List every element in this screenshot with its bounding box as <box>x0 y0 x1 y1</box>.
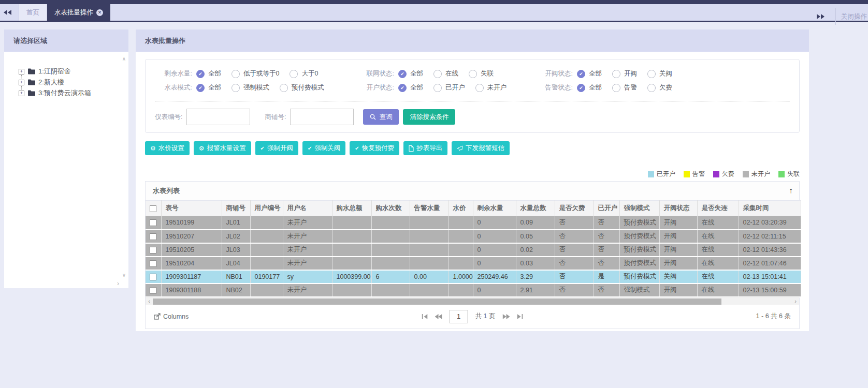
columns-button[interactable]: Columns <box>154 313 189 320</box>
radio-icon[interactable] <box>647 84 656 92</box>
close-tab-icon[interactable]: ✕ <box>96 9 103 16</box>
hscroll-thumb[interactable] <box>153 299 721 305</box>
table-row[interactable]: 19510205JL03未开户00.02否否预付费模式开阀在线02-12 01:… <box>146 243 801 257</box>
tree-node[interactable]: +3:预付费云演示箱 <box>19 88 128 98</box>
query-button[interactable]: 查询 <box>363 109 399 125</box>
table-cell: 0 <box>473 216 516 230</box>
tab-water-meter-batch[interactable]: 水表批量操作 ✕ <box>47 4 110 21</box>
radio-option[interactable]: 关阀 <box>647 69 672 78</box>
radio-icon[interactable] <box>433 84 442 92</box>
radio-option[interactable]: ✔全部 <box>196 69 221 78</box>
page-number-input[interactable] <box>450 310 468 323</box>
scroll-down-icon[interactable]: ∨ <box>122 272 126 278</box>
table-row[interactable]: 1909301188NB02未开户02.91否否强制模式开阀在线02-13 15… <box>146 283 801 297</box>
radio-option[interactable]: ✔全部 <box>196 83 221 92</box>
radio-option[interactable]: ✔全部 <box>577 69 602 78</box>
radio-option[interactable]: 欠费 <box>647 83 672 92</box>
collapse-table-icon[interactable]: ↑ <box>789 186 793 195</box>
radio-option[interactable]: 开阀 <box>612 69 637 78</box>
table-cell <box>410 243 449 257</box>
folder-icon <box>28 68 35 74</box>
row-checkbox[interactable] <box>150 287 156 294</box>
radio-icon[interactable]: ✔ <box>196 70 205 78</box>
table-cell: 否 <box>555 270 594 283</box>
row-checkbox[interactable] <box>150 260 156 267</box>
expand-node-icon[interactable]: + <box>19 91 24 96</box>
tab-home[interactable]: 首页 <box>19 4 47 21</box>
prev-page-icon[interactable] <box>435 314 442 319</box>
clear-search-button[interactable]: 清除搜索条件 <box>403 109 455 125</box>
close-operations-button[interactable]: 关闭操作 <box>841 12 868 21</box>
radio-icon[interactable] <box>647 70 656 78</box>
table-cell <box>332 283 371 297</box>
row-checkbox[interactable] <box>150 233 156 240</box>
scroll-right-icon[interactable]: › <box>117 280 119 287</box>
table-cell: 02-12 02:11:15 <box>739 230 801 243</box>
radio-icon[interactable]: ✔ <box>398 84 407 92</box>
expand-node-icon[interactable]: + <box>19 69 24 74</box>
radio-option[interactable]: ✔全部 <box>577 83 602 92</box>
action-button[interactable]: ✔强制关阀 <box>302 141 345 155</box>
table-cell <box>410 216 449 230</box>
table-cell: 1000399.00 <box>332 270 371 283</box>
action-button[interactable]: 下发报警短信 <box>452 141 510 155</box>
action-button[interactable]: ✔恢复预付费 <box>350 141 399 155</box>
next-page-icon[interactable] <box>502 314 510 319</box>
radio-option[interactable]: 告警 <box>612 83 637 92</box>
table-cell: 在线 <box>697 270 739 283</box>
row-checkbox[interactable] <box>150 247 156 253</box>
radio-icon[interactable] <box>280 84 288 92</box>
radio-icon[interactable] <box>475 84 484 92</box>
radio-option[interactable]: 低于或等于0 <box>232 69 279 78</box>
radio-option[interactable]: 未开户 <box>475 83 507 92</box>
radio-option[interactable]: 失联 <box>469 69 494 78</box>
radio-option[interactable]: ✔全部 <box>398 69 423 78</box>
table-row[interactable]: 19510207JL02未开户00.05否否预付费模式开阀在线02-12 02:… <box>146 230 801 243</box>
radio-icon[interactable] <box>290 70 298 78</box>
table-cell <box>410 283 449 297</box>
scroll-tabs-left-icon[interactable] <box>0 4 16 21</box>
table-horizontal-scrollbar[interactable]: ‹ › <box>146 297 799 305</box>
action-button[interactable]: ⚙报警水量设置 <box>194 141 251 155</box>
table-cell: 02-12 03:20:39 <box>739 216 801 230</box>
hscroll-left-icon[interactable]: ‹ <box>146 298 153 305</box>
action-button[interactable]: ✔强制开阀 <box>255 141 298 155</box>
table-row[interactable]: 1909301187NB010190177sy1000399.0060.001.… <box>146 270 801 283</box>
radio-option-label: 强制模式 <box>243 83 269 92</box>
radio-option[interactable]: 大于0 <box>290 69 318 78</box>
radio-icon[interactable] <box>433 70 442 78</box>
table-row[interactable]: 19510204JL04未开户00.03否否预付费模式开阀在线02-12 01:… <box>146 257 801 270</box>
row-checkbox[interactable] <box>150 274 156 280</box>
radio-option[interactable]: 预付费模式 <box>280 83 324 92</box>
hscroll-right-icon[interactable]: › <box>792 298 799 305</box>
radio-icon[interactable]: ✔ <box>196 84 205 92</box>
scroll-up-icon[interactable]: ∧ <box>122 56 126 62</box>
radio-icon[interactable]: ✔ <box>577 84 585 92</box>
scroll-tabs-right-icon[interactable] <box>813 14 828 19</box>
table-row[interactable]: 19510199JL01未开户00.09否否预付费模式开阀在线02-12 03:… <box>146 216 801 230</box>
radio-icon[interactable]: ✔ <box>577 70 585 78</box>
first-page-icon[interactable] <box>422 314 428 319</box>
tree-node[interactable]: +1:江阴宿舍 <box>19 66 128 77</box>
action-button[interactable]: 抄表导出 <box>403 141 447 155</box>
radio-option[interactable]: ✔全部 <box>398 83 423 92</box>
shop-no-input[interactable] <box>290 109 354 125</box>
tree-node[interactable]: +2:新大楼 <box>19 77 128 87</box>
action-button[interactable]: ⚙水价设置 <box>145 141 190 155</box>
select-all-checkbox[interactable] <box>150 205 156 212</box>
radio-option[interactable]: 在线 <box>433 69 458 78</box>
row-checkbox[interactable] <box>150 219 156 226</box>
radio-icon[interactable] <box>612 84 620 92</box>
radio-icon[interactable] <box>232 84 240 92</box>
radio-icon[interactable] <box>232 70 240 78</box>
radio-option[interactable]: 强制模式 <box>232 83 269 92</box>
action-button-label: 强制开阀 <box>267 144 293 153</box>
radio-icon[interactable] <box>469 70 477 78</box>
radio-icon[interactable]: ✔ <box>398 70 407 78</box>
expand-node-icon[interactable]: + <box>19 80 24 85</box>
table-cell <box>371 283 410 297</box>
meter-no-input[interactable] <box>186 109 250 125</box>
radio-option[interactable]: 已开户 <box>433 83 465 92</box>
radio-icon[interactable] <box>612 70 620 78</box>
last-page-icon[interactable] <box>517 314 523 319</box>
